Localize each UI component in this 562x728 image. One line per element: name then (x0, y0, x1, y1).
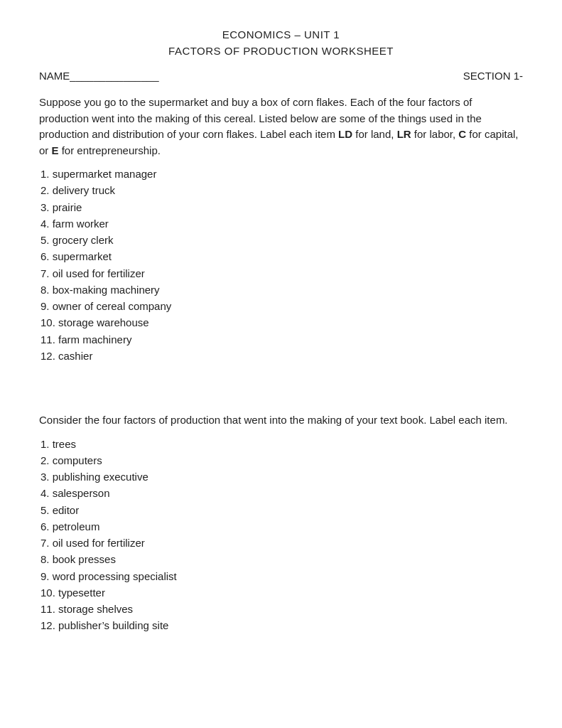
intro-text-2: for land, (352, 128, 397, 140)
section2-intro: Consider the four factors of production … (39, 412, 523, 429)
intro-C: C (458, 128, 466, 140)
name-field: NAME_______________ (39, 70, 158, 82)
intro-LD: LD (338, 128, 352, 140)
list-item: 7. oil used for fertilizer (39, 535, 523, 551)
list-item: 11. farm machinery (39, 331, 523, 348)
sub-title: FACTORS OF PRODUCTION WORKSHEET (39, 45, 523, 57)
list-item: 10. storage warehouse (39, 314, 523, 331)
list-item: 6. supermarket (39, 248, 523, 264)
list-item: 5. grocery clerk (39, 232, 523, 248)
list-item: 8. box-making machinery (39, 282, 523, 298)
list-item: 7. oil used for fertilizer (39, 265, 523, 282)
intro-text-3: for labor, (411, 128, 459, 140)
list-item: 2. computers (39, 452, 523, 469)
intro-text-5: for entrepreneurship. (59, 144, 161, 156)
list-item: 3. prairie (39, 199, 523, 215)
intro-E: E (52, 144, 59, 156)
list-item: 8. book presses (39, 551, 523, 567)
list-item: 6. petroleum (39, 518, 523, 535)
list-item: 12. cashier (39, 348, 523, 364)
intro-LR: LR (397, 128, 411, 140)
list-item: 4. salesperson (39, 485, 523, 501)
list-item: 5. editor (39, 502, 523, 518)
section1-intro: Suppose you go to the supermarket and bu… (39, 95, 523, 159)
section-field: SECTION 1- (463, 70, 523, 82)
list-item: 1. supermarket manager (39, 166, 523, 182)
list-item: 9. word processing specialist (39, 568, 523, 584)
list-item: 3. publishing executive (39, 469, 523, 485)
section1-list: 1. supermarket manager2. delivery truck3… (39, 166, 523, 364)
list-item: 4. farm worker (39, 215, 523, 232)
main-title: ECONOMICS – UNIT 1 (39, 28, 523, 41)
list-item: 11. storage shelves (39, 601, 523, 617)
list-item: 9. owner of cereal company (39, 298, 523, 314)
list-item: 12. publisher’s building site (39, 617, 523, 633)
section2-list: 1. trees2. computers3. publishing execut… (39, 436, 523, 634)
list-item: 10. typesetter (39, 584, 523, 601)
list-item: 2. delivery truck (39, 182, 523, 198)
list-item: 1. trees (39, 436, 523, 452)
